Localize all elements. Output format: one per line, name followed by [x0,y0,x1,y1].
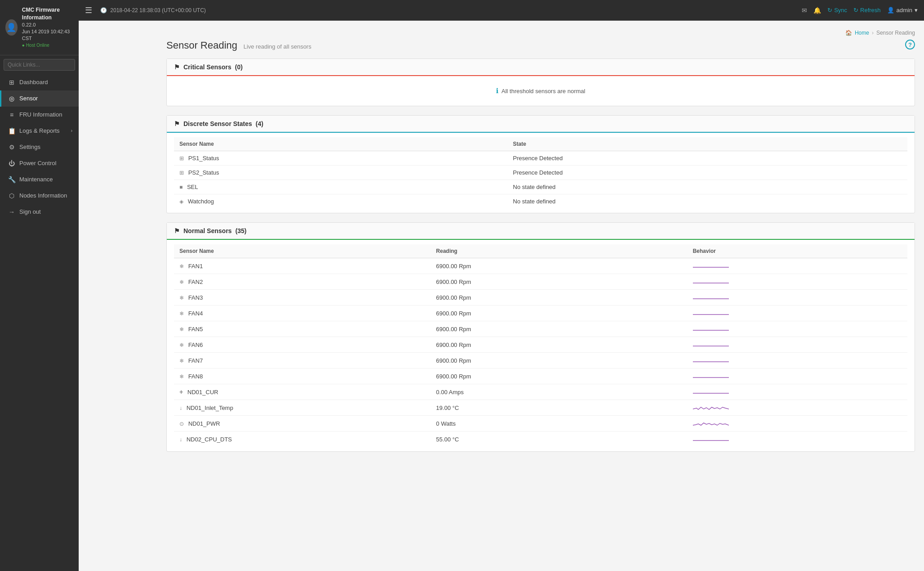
normal-sensor-name-cell: + ND01_CUR [174,384,431,400]
mail-icon[interactable]: ✉ [802,7,807,14]
table-row: ❄ FAN4 6900.00 Rpm [174,306,907,321]
col-sensor-name: Sensor Name [174,137,508,151]
normal-sensor-name-label: FAN1 [188,263,203,270]
normal-sensor-name-label: ND01_CUR [187,389,219,396]
sync-icon: ↻ [827,7,832,13]
sidebar-item-dashboard[interactable]: ⊞ Dashboard [0,74,79,90]
sidebar-item-sensor[interactable]: ◎ Sensor [0,90,79,107]
sidebar-label-logs: Logs & Reports [19,127,60,134]
sensor-name-cell: ⊞ PS2_Status [174,166,508,180]
quick-links-input[interactable] [4,59,75,71]
info-icon: ℹ [496,87,499,95]
table-row: ⊞ PS1_Status Presence Detected [174,151,907,166]
host-status: ● Host Online [22,42,73,49]
normal-sensor-name-cell: ↓ ND01_Inlet_Temp [174,400,431,416]
normal-sensor-name-cell: ❄ FAN8 [174,369,431,384]
sensor-name-label: SEL [187,184,198,190]
avatar: 👤 [5,19,18,36]
critical-sensors-header: ⚑ Critical Sensors (0) [167,59,915,76]
page-subtitle: Live reading of all sensors [243,43,311,50]
sparkline-flat [693,372,729,380]
normal-sensor-reading-cell: 19.00 °C [431,400,687,416]
sidebar-nav: ⊞ Dashboard ◎ Sensor ≡ FRU Information 📋… [0,74,79,571]
normal-sensor-name-cell: ⊙ ND01_PWR [174,416,431,432]
sidebar-item-nodes[interactable]: ⬡ Nodes Information [0,188,79,204]
sparkline-flat [693,325,729,333]
normal-sensor-behavior-cell [687,321,907,337]
normal-sensor-behavior-cell [687,353,907,369]
app-title: CMC Firmware Information [22,6,73,22]
sensor-type-icon: ⊞ [179,155,184,162]
table-row: ⊙ ND01_PWR 0 Watts [174,416,907,432]
normal-sensor-reading-cell: 0 Watts [431,416,687,432]
normal-sensor-name-cell: ❄ FAN7 [174,353,431,369]
sidebar-label-settings: Settings [19,144,40,150]
sync-button[interactable]: ↻ Sync [827,7,847,13]
sensor-name-label: PS2_Status [188,169,219,176]
fan-icon: ❄ [179,373,184,380]
normal-sensor-behavior-cell [687,369,907,384]
sparkline-flat [693,388,729,396]
home-icon: 🏠 [845,30,852,36]
sidebar-item-maintenance[interactable]: 🔧 Maintenance [0,171,79,188]
normal-sensor-name-cell: ↓ ND02_CPU_DTS [174,432,431,447]
normal-sensor-name-label: FAN6 [188,342,203,348]
user-menu[interactable]: 👤 admin ▾ [887,7,918,13]
logs-arrow-icon: › [71,128,72,133]
user-dropdown-icon: ▾ [915,7,918,13]
fan-icon: ❄ [179,326,184,333]
sparkline-flat [693,356,729,364]
sparkline-wavy2 [693,419,729,427]
table-row: ❄ FAN6 6900.00 Rpm [174,337,907,353]
alert-icon[interactable]: 🔔 [813,7,821,14]
normal-sensor-reading-cell: 6900.00 Rpm [431,290,687,306]
nodes-icon: ⬡ [8,192,16,199]
sensor-state-cell: No state defined [508,194,907,209]
table-row: ■ SEL No state defined [174,180,907,194]
power-sensor-icon: ⊙ [179,421,184,427]
table-row: ❄ FAN3 6900.00 Rpm [174,290,907,306]
sidebar-item-signout[interactable]: → Sign out [0,204,79,220]
normal-sensor-reading-cell: 6900.00 Rpm [431,258,687,274]
col-ns-reading: Reading [431,244,687,258]
table-row: + ND01_CUR 0.00 Amps [174,384,907,400]
app-date: Jun 14 2019 10:42:43 CST [22,28,73,42]
sensor-type-icon: ■ [179,184,183,190]
normal-sensors-flag-icon: ⚑ [174,227,180,234]
normal-sensors-body: Sensor Name Reading Behavior ❄ FAN1 6900… [167,240,915,451]
help-button[interactable]: ? [905,40,915,49]
table-row: ❄ FAN7 6900.00 Rpm [174,353,907,369]
main-content: 🏠 Home › Sensor Reading Sensor Reading L… [157,21,924,571]
normal-sensor-reading-cell: 6900.00 Rpm [431,274,687,290]
table-row: ⊞ PS2_Status Presence Detected [174,166,907,180]
normal-sensor-name-cell: ❄ FAN4 [174,306,431,321]
sidebar-item-settings[interactable]: ⚙ Settings [0,139,79,155]
normal-sensor-behavior-cell [687,306,907,321]
sensor-name-cell: ■ SEL [174,180,508,194]
hamburger-menu-icon[interactable]: ☰ [85,5,92,15]
sidebar-item-logs[interactable]: 📋 Logs & Reports › [0,123,79,139]
sidebar-item-power[interactable]: ⏻ Power Control [0,155,79,171]
normal-sensor-name-label: ND01_PWR [188,420,220,427]
normal-sensors-section: ⚑ Normal Sensors (35) Sensor Name Readin… [166,222,915,452]
normal-sensor-name-label: FAN2 [188,279,203,285]
sensor-name-label: PS1_Status [188,155,219,162]
normal-sensors-title: Normal Sensors [183,227,232,234]
fru-icon: ≡ [8,111,16,118]
discrete-sensors-title: Discrete Sensor States [183,120,252,127]
table-row: ❄ FAN5 6900.00 Rpm [174,321,907,337]
fan-icon: ❄ [179,310,184,317]
sidebar-label-sensor: Sensor [19,95,38,102]
refresh-button[interactable]: ↻ Refresh [853,7,881,13]
breadcrumb-home[interactable]: Home [855,30,869,36]
sparkline-wavy [693,404,729,412]
sidebar-item-fru[interactable]: ≡ FRU Information [0,107,79,123]
breadcrumb: 🏠 Home › Sensor Reading [166,30,915,36]
col-ns-sensor-name: Sensor Name [174,244,431,258]
normal-sensor-behavior-cell [687,258,907,274]
sidebar-label-dashboard: Dashboard [19,79,48,85]
normal-sensor-reading-cell: 55.00 °C [431,432,687,447]
discrete-sensors-count: (4) [256,120,263,127]
temp-icon: ↓ [179,436,182,443]
table-row: ◈ Watchdog No state defined [174,194,907,209]
